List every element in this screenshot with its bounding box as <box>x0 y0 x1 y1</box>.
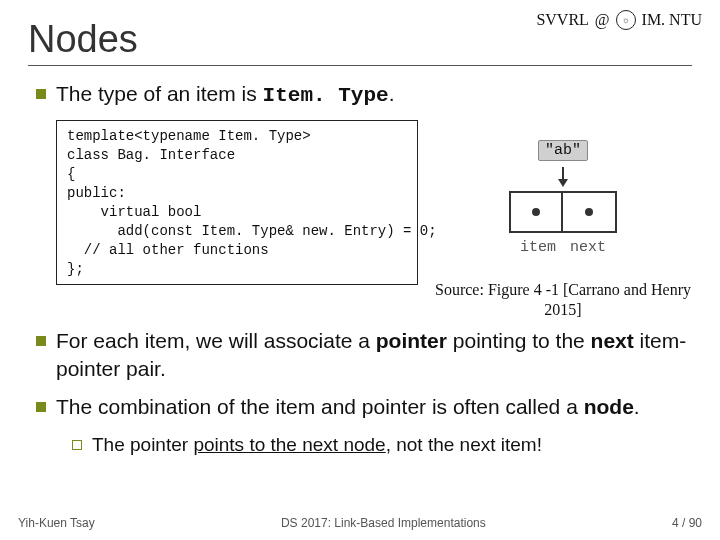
node-next-cell <box>563 191 617 233</box>
figure-next-label: next <box>570 239 606 256</box>
sub-pre: The pointer <box>92 434 193 455</box>
bullet-1-code: Item. Type <box>263 84 389 107</box>
bullet-1-pre: The type of an item is <box>56 82 263 105</box>
bullet-3: The combination of the item and pointer … <box>36 393 692 421</box>
figure-ab-label: "ab" <box>538 140 588 161</box>
bullet-2-text: For each item, we will associate a point… <box>56 327 692 384</box>
hollow-square-bullet-icon <box>72 440 82 450</box>
header-org: SVVRL @ ☼ IM. NTU <box>536 10 702 30</box>
sub-mid: points to the next node <box>193 434 385 455</box>
bullet-3-post: . <box>634 395 640 418</box>
bullet-3-node: node <box>584 395 634 418</box>
footer-left: Yih-Kuen Tsay <box>18 516 95 530</box>
footer-right: 4 / 90 <box>672 516 702 530</box>
node-names: item next <box>520 239 606 256</box>
node-figure: "ab" item next <box>509 140 617 256</box>
figure-item-label: item <box>520 239 556 256</box>
bullet-1-text: The type of an item is Item. Type. <box>56 80 394 110</box>
figure-caption: Source: Figure 4 -1 [Carrano and Henry 2… <box>434 280 692 318</box>
svg-marker-1 <box>558 179 568 187</box>
dot-icon <box>585 208 593 216</box>
square-bullet-icon <box>36 89 46 99</box>
arrow-down-icon <box>557 167 569 187</box>
bullet-1-post: . <box>389 82 395 105</box>
bullet-2-pre: For each item, we will associate a <box>56 329 376 352</box>
bullet-3-pre: The combination of the item and pointer … <box>56 395 584 418</box>
bullet-2-pointer: pointer <box>376 329 447 352</box>
square-bullet-icon <box>36 402 46 412</box>
node-item-cell <box>509 191 563 233</box>
bullet-2-next: next <box>591 329 634 352</box>
node-boxes <box>509 191 617 233</box>
square-bullet-icon <box>36 336 46 346</box>
code-figure-row: template<typename Item. Type> class Bag.… <box>56 120 692 318</box>
code-block: template<typename Item. Type> class Bag.… <box>56 120 418 285</box>
sub-bullet-text: The pointer points to the next node, not… <box>92 432 542 458</box>
bullet-2: For each item, we will associate a point… <box>36 327 692 384</box>
dot-icon <box>532 208 540 216</box>
header-org-right: IM. NTU <box>642 10 702 30</box>
header-org-left: SVVRL <box>536 10 588 30</box>
figure-column: "ab" item next Source: Figure 4 -1 [Carr… <box>434 120 692 318</box>
bullet-3-text: The combination of the item and pointer … <box>56 393 640 421</box>
ntu-seal-icon: ☼ <box>616 10 636 30</box>
sub-bullet: The pointer points to the next node, not… <box>72 432 692 458</box>
sub-post: , not the next item! <box>386 434 542 455</box>
slide: SVVRL @ ☼ IM. NTU Nodes The type of an i… <box>0 0 720 540</box>
header-at: @ <box>595 10 610 30</box>
footer-center: DS 2017: Link-Based Implementations <box>281 516 486 530</box>
bullet-2-mid: pointing to the <box>447 329 591 352</box>
title-underline <box>28 65 692 66</box>
bullet-1: The type of an item is Item. Type. <box>36 80 692 110</box>
footer: Yih-Kuen Tsay DS 2017: Link-Based Implem… <box>18 516 702 530</box>
